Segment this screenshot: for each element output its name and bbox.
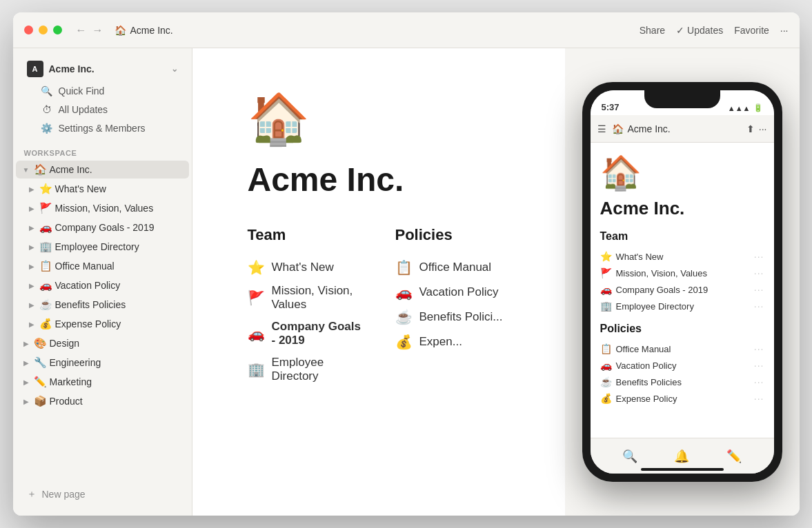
more-icon[interactable]: ··· [759,123,767,134]
minimize-button[interactable] [39,26,48,34]
sidebar-item-office-manual[interactable]: ▶ 📋 Office Manual [16,257,189,275]
list-item[interactable]: ☕ Benefits Polici... [395,305,510,329]
car2-icon: 🚗 [395,284,413,301]
search-icon[interactable]: 🔍 [622,449,637,464]
product-label: Product [50,396,184,407]
sidebar-item-marketing[interactable]: ▶ ✏️ Marketing [16,373,189,391]
item-label: Company Goals - 2019 [616,285,709,295]
coffee-icon: ☕ [395,309,413,325]
updates-button[interactable]: ✓ Updates [676,25,723,36]
list-item[interactable]: 🏢 Employee Directory [248,352,362,387]
item-label: Office Manual [616,344,671,354]
sidebar-item-employee-directory[interactable]: ▶ 🏢 Employee Directory [16,238,189,256]
clock-icon: ⏱ [41,104,53,115]
maximize-button[interactable] [53,26,62,34]
bell-icon[interactable]: 🔔 [674,449,689,464]
sidebar-item-acme[interactable]: ▼ 🏠 Acme Inc. [16,161,189,179]
team-section-title: Team [248,226,362,244]
car-emoji-icon: 🚗 [39,221,52,234]
list-item[interactable]: 🏢 Employee Directory ··· [600,298,764,314]
sidebar-item-expense-policy[interactable]: ▶ 💰 Expense Policy [16,315,189,333]
list-item[interactable]: ☕ Benefits Policies ··· [600,374,764,390]
office-manual-label: Office Manual [55,261,184,272]
expand-arrow-icon: ▶ [27,301,37,309]
palette-emoji-icon: 🎨 [34,337,47,349]
sidebar-item-company-goals[interactable]: ▶ 🚗 Company Goals - 2019 [16,219,189,236]
list-item[interactable]: ⭐ What's New ··· [600,248,764,265]
phone-nav-emoji: 🏠 [612,123,624,134]
new-page-label: New page [42,489,86,500]
new-page-button[interactable]: ＋ New page [21,484,184,505]
phone-time: 5:37 [602,102,620,112]
expand-arrow-icon: ▶ [27,205,37,212]
clipboard-emoji-icon: 📋 [39,260,52,272]
list-item[interactable]: 🚗 Company Goals - 2019 [248,316,362,352]
item-label: Mission, Vision, Values [272,284,362,312]
phone-screen: 5:37 ▲▲▲ 🔋 ☰ 🏠 Acme Inc. [591,90,774,474]
compose-icon[interactable]: ✏️ [726,449,742,464]
item-label: Benefits Polici... [419,310,503,324]
share-icon[interactable]: ⬆ [746,123,755,134]
close-button[interactable] [24,26,33,34]
sidebar-item-mission[interactable]: ▶ 🚩 Mission, Vision, Values [16,199,189,217]
car-icon: 🚗 [600,284,612,295]
wrench-emoji-icon: 🔧 [34,356,47,369]
battery-icon: 🔋 [753,103,763,112]
workspace-header[interactable]: A Acme Inc. ⌄ [21,57,184,81]
item-label: What's New [616,252,664,262]
phone-policies-section: Policies [600,323,764,335]
list-item[interactable]: 🚗 Vacation Policy [395,280,510,305]
list-item[interactable]: 💰 Expen... [395,329,510,354]
settings-label: Settings & Members [59,123,146,134]
list-item[interactable]: 📋 Office Manual ··· [600,341,764,357]
building-icon: 🏢 [600,301,612,312]
sidebar-item-settings[interactable]: ⚙️ Settings & Members [27,119,178,137]
dots-icon: ··· [754,251,764,262]
money-emoji-icon: 💰 [39,318,52,330]
share-button[interactable]: Share [640,25,665,36]
list-item[interactable]: 🚗 Company Goals - 2019 ··· [600,281,764,298]
box-emoji-icon: 📦 [34,395,47,407]
sidebar-item-engineering[interactable]: ▶ 🔧 Engineering [16,354,189,372]
dots-icon: ··· [754,284,764,295]
phone-frame: 5:37 ▲▲▲ 🔋 ☰ 🏠 Acme Inc. [582,82,782,482]
list-item[interactable]: 🚩 Mission, Vision, Values [248,280,362,316]
list-item[interactable]: 🚩 Mission, Vision, Values ··· [600,265,764,281]
workspace-name: Acme Inc. [49,63,95,74]
more-button[interactable]: ··· [780,25,789,36]
sidebar-item-all-updates[interactable]: ⏱ All Updates [27,101,178,119]
list-item[interactable]: ⭐ What's New [248,255,362,280]
expand-arrow-icon: ▶ [27,321,37,328]
sidebar-item-benefits[interactable]: ▶ ☕ Benefits Policies [16,296,189,314]
list-item[interactable]: 💰 Expense Policy ··· [600,390,764,407]
back-button[interactable]: ← [76,24,87,37]
phone-container: 5:37 ▲▲▲ 🔋 ☰ 🏠 Acme Inc. [565,48,800,516]
sidebar-item-design[interactable]: ▶ 🎨 Design [16,334,189,352]
flag-icon: 🚩 [600,267,612,278]
dots-icon: ··· [754,376,764,387]
phone-nav-actions: ⬆ ··· [746,123,767,134]
hamburger-icon[interactable]: ☰ [597,123,606,134]
list-item[interactable]: 🚗 Vacation Policy ··· [600,357,764,374]
item-label: What's New [272,261,334,274]
coffee-emoji-icon: ☕ [39,298,52,311]
sidebar-item-quick-find[interactable]: 🔍 Quick Find [27,82,178,100]
dots-icon: ··· [754,343,764,354]
car-icon: 🚗 [248,325,265,342]
favorite-button[interactable]: Favorite [734,25,769,36]
all-updates-label: All Updates [59,104,108,115]
forward-button[interactable]: → [92,24,103,37]
quick-find-label: Quick Find [59,85,105,97]
phone-nav-bar: ☰ 🏠 Acme Inc. ⬆ ··· [591,115,774,143]
page-columns: Team ⭐ What's New 🚩 Mission, Vision, Val… [248,226,510,387]
check-icon: ✓ [676,25,684,36]
title-bar: ← → 🏠 Acme Inc. Share ✓ Updates Favorite… [13,12,800,48]
flag-icon: 🚩 [248,290,265,306]
list-item[interactable]: 📋 Office Manual [395,255,510,280]
sidebar-item-product[interactable]: ▶ 📦 Product [16,392,189,410]
expand-arrow-icon: ▶ [21,378,31,386]
expand-arrow-icon: ▶ [21,340,31,347]
sidebar-item-whats-new[interactable]: ▶ ⭐ What's New [16,180,189,198]
sidebar-item-vacation-policy[interactable]: ▶ 🚗 Vacation Policy [16,276,189,294]
car2-emoji-icon: 🚗 [39,279,52,292]
